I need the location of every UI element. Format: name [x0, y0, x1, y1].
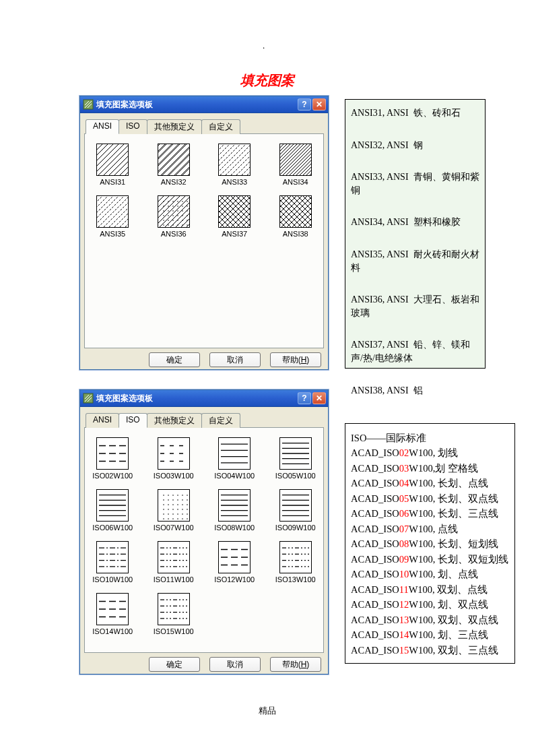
- hatch-swatch[interactable]: ANSI32: [158, 144, 190, 186]
- svg-line-231: [298, 196, 311, 227]
- svg-point-297: [177, 518, 178, 519]
- dialog-title: 填充图案选项板: [96, 99, 298, 111]
- svg-point-158: [172, 220, 174, 221]
- svg-line-196: [242, 196, 250, 227]
- svg-line-179: [247, 196, 250, 227]
- svg-line-9: [97, 144, 124, 175]
- svg-point-150: [163, 215, 164, 216]
- swatch-preview: [158, 437, 190, 470]
- hatch-swatch[interactable]: ISO09W100: [275, 489, 316, 532]
- decorative-dot: .: [263, 40, 265, 51]
- svg-point-282: [163, 509, 164, 510]
- hatch-swatch[interactable]: ISO12W100: [214, 541, 255, 584]
- help-button[interactable]: ?: [298, 392, 311, 404]
- help-text-button[interactable]: 帮助(H): [270, 352, 321, 367]
- svg-line-78: [283, 144, 311, 175]
- ansi-description-box: ANSI31, ANSI 铁、砖和石ANSI32, ANSI 钢ANSI33, …: [345, 99, 486, 369]
- svg-line-116: [158, 196, 169, 227]
- svg-point-286: [182, 509, 183, 510]
- svg-line-177: [236, 196, 250, 227]
- close-button[interactable]: ✕: [312, 98, 326, 111]
- svg-point-268: [182, 495, 183, 496]
- tab-iso[interactable]: ISO: [119, 119, 147, 134]
- hatch-swatch[interactable]: ISO05W100: [275, 437, 316, 480]
- svg-point-281: [187, 504, 188, 505]
- svg-line-98: [97, 196, 108, 227]
- svg-line-124: [181, 196, 189, 227]
- ok-button[interactable]: 确定: [149, 352, 200, 367]
- svg-point-144: [163, 210, 164, 212]
- svg-line-123: [176, 196, 189, 227]
- svg-line-195: [236, 196, 250, 227]
- hatch-swatch[interactable]: ISO04W100: [214, 437, 255, 480]
- swatch-label: ISO08W100: [214, 524, 255, 532]
- swatch-label: ANSI33: [222, 178, 247, 186]
- tab-ansi[interactable]: ANSI: [86, 119, 119, 134]
- swatch-preview: [218, 437, 251, 470]
- hatch-swatch[interactable]: ISO10W100: [92, 541, 133, 584]
- svg-line-53: [219, 144, 235, 175]
- svg-point-288: [163, 513, 164, 515]
- hatch-swatch[interactable]: ISO14W100: [92, 593, 133, 635]
- svg-point-165: [177, 224, 178, 226]
- svg-line-100: [97, 196, 119, 227]
- tab-custom[interactable]: 自定义: [201, 119, 240, 134]
- hatch-swatch[interactable]: ANSI37: [218, 195, 251, 238]
- svg-point-290: [172, 513, 174, 515]
- hatch-swatch[interactable]: ANSI35: [96, 195, 129, 238]
- svg-point-147: [177, 210, 178, 212]
- tab-custom[interactable]: 自定义: [201, 413, 240, 428]
- tab-ansi[interactable]: ANSI: [86, 413, 119, 428]
- cancel-button[interactable]: 取消: [209, 657, 261, 672]
- hatch-swatch[interactable]: ISO06W100: [92, 489, 133, 532]
- hatch-swatch[interactable]: ANSI36: [158, 195, 190, 238]
- hatch-swatch[interactable]: ISO13W100: [275, 541, 316, 584]
- hatch-palette-dialog-ansi: 填充图案选项板 ? ✕ ANSI ISO 其他预定义 自定义 ANSI31 AN…: [79, 96, 329, 370]
- hatch-swatch[interactable]: ISO07W100: [154, 489, 194, 532]
- iso-description-row: ACAD_ISO13W100, 双划、双点线: [351, 612, 509, 627]
- swatch-preview: [158, 541, 190, 573]
- swatch-label: ANSI38: [283, 230, 308, 238]
- tab-other[interactable]: 其他预定义: [147, 119, 202, 134]
- svg-point-163: [168, 224, 169, 226]
- ansi-description-row: ANSI33, ANSI 青铜、黄铜和紫铜: [351, 170, 479, 197]
- hatch-swatch[interactable]: ISO03W100: [154, 437, 194, 480]
- iso-header: ISO——国际标准: [351, 431, 509, 445]
- ok-button[interactable]: 确定: [149, 657, 200, 672]
- svg-line-226: [280, 196, 302, 227]
- hatch-swatch[interactable]: ISO08W100: [214, 489, 255, 532]
- hatch-swatch[interactable]: ISO15W100: [154, 593, 194, 635]
- hatch-swatch[interactable]: ISO11W100: [154, 541, 194, 584]
- svg-point-162: [163, 224, 164, 226]
- swatch-preview: [279, 489, 312, 522]
- hatch-swatch[interactable]: ANSI38: [279, 195, 312, 238]
- swatch-label: ANSI37: [222, 230, 247, 238]
- hatch-swatch[interactable]: ANSI31: [96, 144, 129, 186]
- swatch-label: ISO12W100: [214, 575, 255, 584]
- tab-iso[interactable]: ISO: [119, 413, 147, 428]
- ansi-description-row: ANSI38, ANSI 铝: [351, 384, 479, 398]
- svg-line-190: [219, 196, 240, 227]
- cancel-button[interactable]: 取消: [209, 352, 261, 367]
- swatch-preview: [158, 489, 190, 522]
- swatch-preview: [218, 541, 251, 573]
- hatch-swatch[interactable]: ANSI33: [218, 144, 251, 186]
- iso-description-row: ACAD_ISO15W100, 双划、三点线: [351, 643, 509, 658]
- svg-line-208: [280, 196, 302, 227]
- svg-point-291: [177, 513, 178, 515]
- svg-point-141: [177, 206, 178, 207]
- help-text-button[interactable]: 帮助(H): [270, 657, 321, 672]
- svg-point-157: [168, 220, 169, 221]
- svg-point-299: [187, 518, 188, 519]
- hatch-swatch[interactable]: ISO02W100: [92, 437, 133, 480]
- close-button[interactable]: ✕: [312, 392, 326, 404]
- swatch-preview: [279, 144, 312, 176]
- svg-line-6: [97, 144, 108, 175]
- svg-point-153: [177, 215, 178, 216]
- tab-other[interactable]: 其他预定义: [147, 413, 202, 428]
- help-button[interactable]: ?: [298, 98, 311, 111]
- svg-point-298: [182, 518, 183, 519]
- iso-description-row: ACAD_ISO12W100, 划、双点线: [351, 597, 509, 612]
- hatch-swatch[interactable]: ANSI34: [279, 144, 312, 186]
- swatch-label: ISO04W100: [214, 472, 255, 480]
